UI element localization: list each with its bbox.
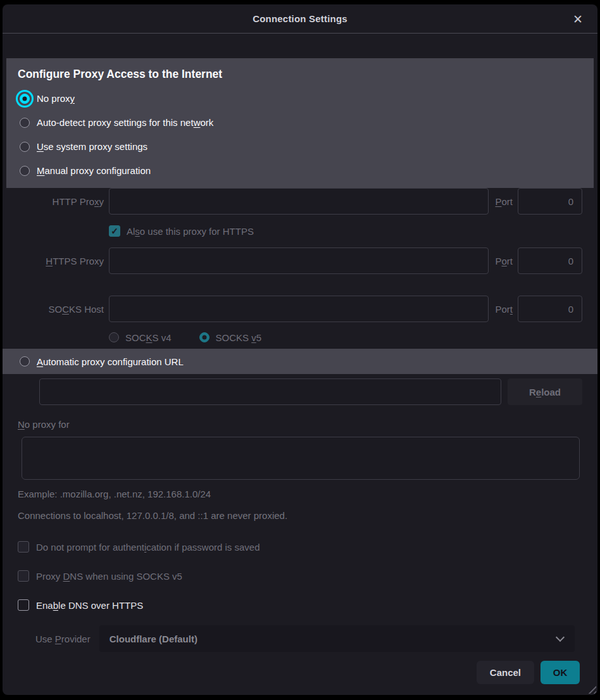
- socks-version-row: SOCKS v4 SOCKS v5: [109, 331, 582, 344]
- dialog-titlebar: Connection Settings ✕: [3, 4, 597, 34]
- enable-doh-checkbox-icon: [18, 599, 29, 611]
- radio-icon-socks-v5[interactable]: [199, 332, 209, 342]
- reload-button[interactable]: Reload: [508, 378, 582, 405]
- automatic-url-label: Automatic proxy configuration URL: [37, 356, 184, 367]
- https-proxy-label: HTTPS Proxy: [18, 256, 104, 266]
- connection-settings-dialog: Connection Settings ✕ Configure Proxy Ac…: [3, 4, 597, 695]
- http-port-label: Port: [495, 196, 513, 207]
- socks-host-label: SOCKS Host: [18, 304, 104, 315]
- socks-port-label: Port: [495, 304, 513, 315]
- http-proxy-label: HTTP Proxy: [18, 196, 104, 207]
- http-proxy-row: HTTP Proxy Port: [3, 188, 597, 215]
- radio-icon-auto-detect: [20, 118, 30, 128]
- radio-icon-manual: [20, 166, 30, 176]
- no-prompt-auth-label: Do not prompt for authentication if pass…: [36, 542, 260, 553]
- checkbox-proxy-dns[interactable]: Proxy DNS when using SOCKS v5: [18, 570, 582, 582]
- localhost-note-text: Connections to localhost, 127.0.0.1/8, a…: [18, 510, 582, 523]
- socks-port-input[interactable]: [518, 296, 582, 322]
- radio-no-proxy[interactable]: No proxy: [18, 91, 582, 106]
- https-port-label: Port: [495, 256, 513, 266]
- socks-v5-label: SOCKS v5: [216, 332, 262, 343]
- radio-icon-use-system: [20, 142, 30, 152]
- socks-host-input[interactable]: [109, 296, 489, 322]
- dialog-title: Connection Settings: [253, 13, 347, 24]
- ok-button[interactable]: OK: [541, 661, 580, 684]
- https-port-input[interactable]: [518, 247, 582, 274]
- socks-host-row: SOCKS Host Port: [3, 296, 597, 322]
- proxy-dns-checkbox-icon: [18, 570, 29, 582]
- close-icon: ✕: [573, 12, 583, 27]
- autoconfig-url-row: Reload: [39, 378, 582, 405]
- check-icon: ✓: [111, 227, 118, 235]
- checkbox-enable-doh[interactable]: Enable DNS over HTTPS: [18, 599, 582, 611]
- radio-icon-socks-v4[interactable]: [109, 332, 119, 342]
- also-https-label: Also use this proxy for HTTPS: [127, 226, 254, 237]
- proxy-mode-group: Configure Proxy Access to the Internet N…: [6, 58, 594, 188]
- radio-label-auto-detect: Auto-detect proxy settings for this netw…: [37, 117, 213, 128]
- http-proxy-input[interactable]: [109, 188, 489, 215]
- radio-use-system[interactable]: Use system proxy settings: [18, 139, 582, 154]
- doh-provider-row: Use Provider Cloudflare (Default): [35, 625, 575, 652]
- also-https-checkbox-row[interactable]: ✓ Also use this proxy for HTTPS: [109, 225, 582, 237]
- socks-v4-label: SOCKS v4: [125, 332, 172, 343]
- chevron-down-icon: [557, 634, 563, 641]
- radio-label-no-proxy: No proxy: [37, 93, 75, 104]
- https-proxy-input[interactable]: [109, 247, 489, 274]
- no-proxy-for-label: No proxy for: [18, 419, 582, 432]
- no-proxy-example-text: Example: .mozilla.org, .net.nz, 192.168.…: [18, 489, 582, 501]
- radio-label-use-system: Use system proxy settings: [37, 141, 147, 152]
- dialog-footer: Cancel OK: [20, 661, 580, 684]
- radio-label-manual: Manual proxy configuration: [37, 165, 151, 176]
- http-port-input[interactable]: [518, 188, 582, 215]
- autoconfig-url-input[interactable]: [39, 378, 501, 405]
- https-proxy-row: HTTPS Proxy Port: [3, 247, 597, 274]
- checkbox-no-prompt-auth[interactable]: Do not prompt for authentication if pass…: [18, 541, 582, 553]
- radio-icon-automatic-url: [20, 356, 30, 366]
- provider-select[interactable]: Cloudflare (Default): [99, 625, 575, 652]
- group-heading: Configure Proxy Access to the Internet: [18, 68, 582, 81]
- no-prompt-auth-checkbox-icon: [18, 541, 29, 553]
- radio-auto-detect[interactable]: Auto-detect proxy settings for this netw…: [18, 115, 582, 130]
- no-proxy-for-textarea[interactable]: [22, 437, 580, 480]
- radio-automatic-url[interactable]: Automatic proxy configuration URL: [3, 349, 597, 374]
- proxy-dns-label: Proxy DNS when using SOCKS v5: [36, 571, 182, 582]
- provider-selected-value: Cloudflare (Default): [109, 634, 197, 644]
- also-https-checkbox-icon: ✓: [109, 225, 120, 237]
- dialog-body: Configure Proxy Access to the Internet N…: [3, 34, 597, 695]
- close-button[interactable]: ✕: [568, 9, 587, 28]
- cancel-button[interactable]: Cancel: [477, 661, 534, 684]
- use-provider-label: Use Provider: [35, 634, 91, 644]
- radio-manual[interactable]: Manual proxy configuration: [18, 163, 582, 178]
- radio-icon-no-proxy: [20, 94, 30, 104]
- enable-doh-label: Enable DNS over HTTPS: [36, 600, 143, 611]
